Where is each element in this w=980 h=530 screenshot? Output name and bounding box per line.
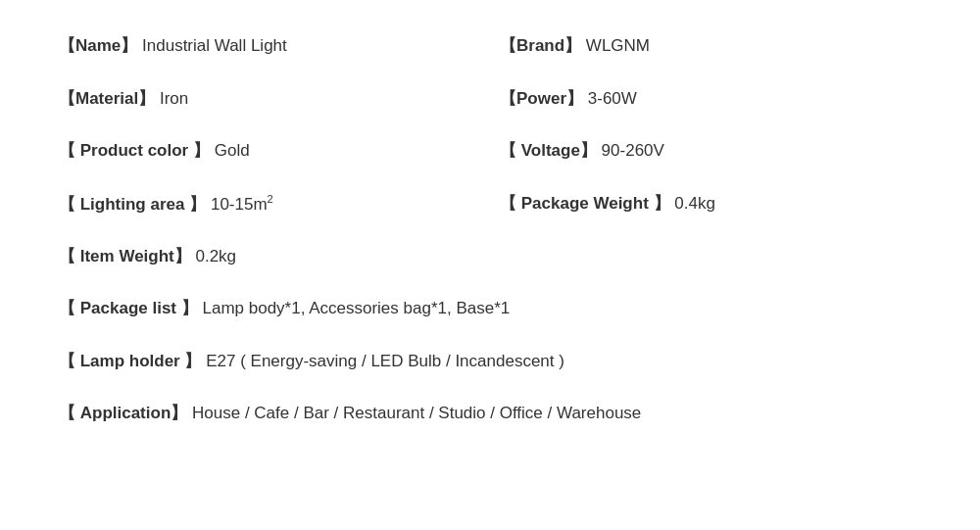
spec-name-value: Industrial Wall Light xyxy=(142,36,287,55)
spec-item-weight: 【 Item Weight】 0.2kg xyxy=(59,230,480,283)
spec-lighting-area: 【 Lighting area 】 10-15m2 xyxy=(59,177,480,230)
spec-voltage-label: 【 Voltage】 xyxy=(500,141,597,160)
spec-lighting-area-sup: 2 xyxy=(268,193,273,205)
specs-container: 【Name】 Industrial Wall Light 【Brand】 WLG… xyxy=(59,20,921,440)
spec-item-weight-value: 0.2kg xyxy=(195,247,236,265)
spec-voltage-value: 90-260V xyxy=(602,141,664,160)
spec-voltage: 【 Voltage】 90-260V xyxy=(500,124,921,177)
spec-product-color-value: Gold xyxy=(215,141,250,160)
spec-material-value: Iron xyxy=(160,89,188,108)
spec-brand-value: WLGNM xyxy=(586,36,650,55)
spec-power-label: 【Power】 xyxy=(500,89,583,108)
spec-empty-row5 xyxy=(500,230,921,283)
spec-package-list-value: Lamp body*1, Accessories bag*1, Base*1 xyxy=(202,299,510,317)
spec-product-color-label: 【 Product color 】 xyxy=(59,141,210,160)
spec-material: 【Material】 Iron xyxy=(59,72,480,125)
spec-name-label: 【Name】 xyxy=(59,36,137,55)
spec-application-label: 【 Application】 xyxy=(59,404,187,422)
spec-power-value: 3-60W xyxy=(588,89,637,108)
spec-package-list: 【 Package list 】 Lamp body*1, Accessorie… xyxy=(59,282,921,335)
spec-brand-label: 【Brand】 xyxy=(500,36,581,55)
spec-material-label: 【Material】 xyxy=(59,89,155,108)
spec-application: 【 Application】 House / Cafe / Bar / Rest… xyxy=(59,387,921,440)
spec-product-color: 【 Product color 】 Gold xyxy=(59,124,480,177)
spec-package-weight-value: 0.4kg xyxy=(674,194,715,213)
spec-lighting-area-value: 10-15m xyxy=(211,194,268,213)
spec-lamp-holder-label: 【 Lamp holder 】 xyxy=(59,352,201,370)
spec-lamp-holder-value: E27 ( Energy-saving / LED Bulb / Incande… xyxy=(206,352,564,370)
spec-application-value: House / Cafe / Bar / Restaurant / Studio… xyxy=(192,404,641,422)
spec-package-weight-label: 【 Package Weight 】 xyxy=(500,194,670,213)
spec-brand: 【Brand】 WLGNM xyxy=(500,20,921,72)
spec-package-list-label: 【 Package list 】 xyxy=(59,299,198,317)
spec-name: 【Name】 Industrial Wall Light xyxy=(59,20,480,72)
spec-lamp-holder: 【 Lamp holder 】 E27 ( Energy-saving / LE… xyxy=(59,335,921,388)
spec-item-weight-label: 【 Item Weight】 xyxy=(59,247,191,265)
spec-lighting-area-label: 【 Lighting area 】 xyxy=(59,194,206,213)
spec-package-weight: 【 Package Weight 】 0.4kg xyxy=(500,177,921,230)
spec-power: 【Power】 3-60W xyxy=(500,72,921,125)
